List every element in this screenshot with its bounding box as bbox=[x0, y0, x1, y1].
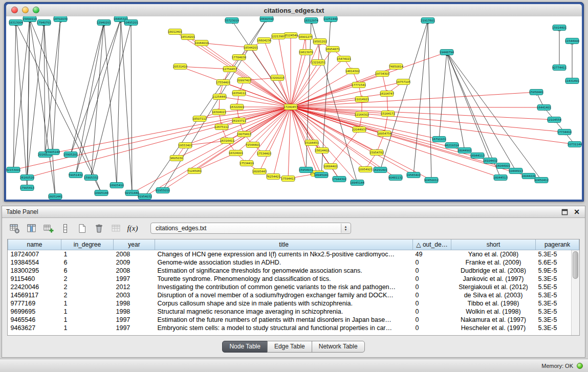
graph-node[interactable]: 16944113 bbox=[470, 153, 485, 159]
table-row[interactable]: 1938455462009Genome-wide association stu… bbox=[8, 258, 579, 267]
red-edge[interactable] bbox=[291, 59, 344, 107]
graph-node[interactable]: 18544201 bbox=[244, 45, 258, 51]
graph-node[interactable]: 10905144 bbox=[94, 190, 108, 196]
table-row[interactable]: 1872400712008Changes of HCN gene express… bbox=[8, 250, 579, 259]
graph-node[interactable]: 13216251 bbox=[311, 60, 325, 65]
graph-node[interactable]: 9605030 bbox=[170, 156, 183, 161]
black-edge[interactable] bbox=[311, 20, 357, 183]
column-header[interactable]: pagerank bbox=[536, 239, 579, 250]
red-edge[interactable] bbox=[291, 107, 516, 171]
graph-node[interactable]: 15958441 bbox=[529, 90, 543, 95]
graph-node[interactable]: 16954871 bbox=[325, 47, 340, 52]
graph-node[interactable]: 10954921 bbox=[358, 167, 373, 172]
graph-node[interactable]: 18514201 bbox=[181, 34, 195, 40]
graph-node[interactable]: 17944302 bbox=[332, 177, 346, 182]
column-header[interactable]: △ out_de… bbox=[413, 239, 451, 250]
graph-node[interactable]: 92774411 bbox=[552, 65, 567, 71]
table-row[interactable]: 946554611997Estimation of the future num… bbox=[8, 316, 579, 324]
graph-node[interactable]: 15914401 bbox=[552, 25, 567, 31]
black-edge[interactable] bbox=[428, 20, 431, 180]
rows-icon[interactable] bbox=[59, 222, 71, 234]
graph-node[interactable]: 18901275 bbox=[298, 34, 313, 40]
table-row[interactable]: 977716911998Corpus callosum shape and si… bbox=[8, 299, 579, 308]
graph-node[interactable]: 14702039 bbox=[53, 16, 68, 22]
graph-node[interactable]: 19079413 bbox=[237, 132, 251, 137]
black-edge[interactable] bbox=[117, 19, 121, 185]
edit-table-icon[interactable] bbox=[42, 222, 54, 234]
graph-node[interactable]: 14614302 bbox=[345, 69, 360, 74]
graph-node[interactable]: 13200215 bbox=[270, 75, 285, 81]
graph-node[interactable]: 18044513 bbox=[493, 175, 508, 181]
red-edge[interactable] bbox=[291, 52, 306, 107]
graph-node[interactable]: 12754453 bbox=[223, 67, 237, 72]
graph-node[interactable]: 12213987 bbox=[271, 34, 286, 39]
graph-node[interactable]: 18051441 bbox=[48, 194, 62, 200]
graph-node[interactable]: 18945144 bbox=[350, 180, 364, 186]
column-header[interactable]: year bbox=[114, 239, 155, 250]
graph-node[interactable]: 19613970 bbox=[299, 50, 313, 55]
graph-node[interactable]: 18312974 bbox=[304, 18, 318, 24]
red-edge[interactable] bbox=[236, 107, 291, 153]
black-edge[interactable] bbox=[131, 23, 132, 193]
graph-node[interactable]: 18757105 bbox=[396, 79, 410, 85]
graph-node[interactable]: 22064018 bbox=[194, 40, 209, 46]
graph-node[interactable]: 19448794 bbox=[440, 50, 454, 55]
graph-node[interactable]: 20997407 bbox=[237, 78, 251, 83]
tab-edge-table[interactable]: Edge Table bbox=[267, 341, 312, 353]
graph-node[interactable]: 59051432 bbox=[69, 172, 83, 178]
network-window-titlebar[interactable]: citations_edges.txt bbox=[6, 4, 582, 17]
table-row[interactable]: 911546021997Tourette syndrome. Phenomeno… bbox=[8, 275, 579, 283]
float-panel-icon[interactable] bbox=[560, 208, 569, 216]
graph-node[interactable]: 17534419 bbox=[239, 161, 254, 166]
graph-node[interactable]: 16316411 bbox=[220, 138, 234, 144]
graph-node[interactable]: 10444913 bbox=[509, 168, 523, 174]
graph-node[interactable]: 10731144 bbox=[568, 142, 582, 147]
graph-node[interactable]: 17594413 bbox=[281, 176, 295, 182]
close-panel-icon[interactable]: ✕ bbox=[573, 208, 581, 216]
black-edge[interactable] bbox=[439, 52, 447, 139]
graph-node[interactable]: 91955010 bbox=[156, 188, 170, 193]
graph-node[interactable]: 18304021 bbox=[212, 110, 226, 115]
scrollbar-thumb[interactable] bbox=[573, 251, 578, 279]
graph-node[interactable]: 16441401 bbox=[537, 105, 551, 111]
column-header[interactable]: name bbox=[8, 239, 61, 250]
graph-node[interactable]: 15905144 bbox=[46, 149, 60, 155]
graph-node[interactable]: 17784838 bbox=[232, 55, 246, 60]
red-edge[interactable] bbox=[291, 62, 318, 107]
graph-node[interactable]: 18354112 bbox=[232, 91, 246, 96]
black-edge[interactable] bbox=[16, 23, 27, 188]
graph-node[interactable]: 17771541 bbox=[352, 82, 366, 88]
graph-node[interactable]: 15474021 bbox=[337, 56, 351, 62]
red-edge[interactable] bbox=[291, 107, 500, 178]
graph-node[interactable]: 16104747 bbox=[380, 91, 394, 97]
graph-node[interactable]: 15890114 bbox=[23, 16, 37, 22]
black-edge[interactable] bbox=[447, 52, 465, 150]
panel-splitter[interactable] bbox=[0, 202, 588, 206]
graph-node[interactable]: 11431491 bbox=[565, 78, 579, 84]
minimize-window-button[interactable] bbox=[22, 7, 29, 13]
graph-node[interactable]: 16095443 bbox=[252, 169, 267, 174]
black-edge[interactable] bbox=[76, 23, 104, 175]
graph-node[interactable]: 18324001 bbox=[229, 150, 243, 156]
graph-node[interactable]: 17905413 bbox=[20, 185, 34, 191]
table-row[interactable]: 969969511998Structural magnetic resonanc… bbox=[8, 308, 579, 316]
network-table-selector[interactable]: citations_edges.txt ▲▼ bbox=[150, 223, 351, 234]
graph-node[interactable]: 15164172 bbox=[381, 111, 395, 117]
graph-node[interactable]: 12164302 bbox=[355, 112, 369, 118]
red-edge[interactable] bbox=[291, 71, 353, 107]
graph-node[interactable]: 16291401 bbox=[373, 167, 387, 173]
function-builder-button[interactable]: f(x) bbox=[126, 222, 139, 234]
graph-node[interactable]: 21917601 bbox=[421, 18, 435, 24]
graph-node[interactable]: 15905332 bbox=[84, 175, 98, 181]
graph-node[interactable]: 15614402 bbox=[315, 148, 329, 154]
graph-node[interactable]: 18104432 bbox=[483, 158, 497, 164]
column-header[interactable]: short bbox=[451, 239, 536, 250]
graph-node[interactable]: 76254421 bbox=[266, 174, 280, 180]
graph-node[interactable]: 12675112 bbox=[214, 124, 229, 130]
graph-node[interactable]: 92450412 bbox=[534, 178, 549, 183]
graph-node[interactable]: 19734303 bbox=[375, 71, 389, 77]
graph-node[interactable]: 18044901 bbox=[458, 148, 472, 154]
column-header[interactable]: title bbox=[155, 239, 413, 250]
graph-node[interactable]: 55723019 bbox=[225, 18, 239, 24]
table-row[interactable]: 1456911722003Disruption of a novel membe… bbox=[8, 291, 579, 299]
